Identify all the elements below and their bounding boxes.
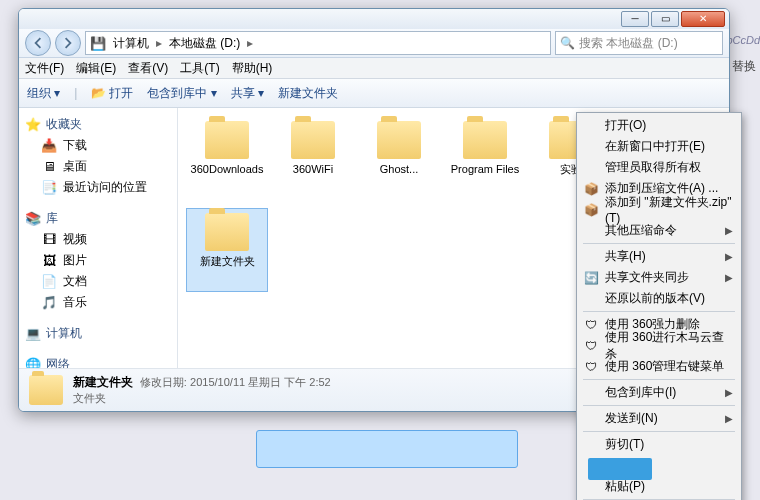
menu-item-icon: 🛡 [583, 360, 599, 374]
background-panel [256, 430, 518, 468]
context-menu-item[interactable]: 🛡使用 360管理右键菜单 [579, 356, 739, 377]
context-menu-item[interactable]: 打开(O) [579, 115, 739, 136]
folder-label: 360WiFi [293, 163, 333, 176]
back-button[interactable] [25, 30, 51, 56]
sidebar-computer[interactable]: 💻计算机 [21, 323, 175, 344]
sidebar-network[interactable]: 🌐网络 [21, 354, 175, 368]
sidebar-favorites[interactable]: ⭐收藏夹 [21, 114, 175, 135]
search-icon: 🔍 [560, 36, 575, 50]
computer-icon: 💻 [25, 326, 41, 342]
menu-edit[interactable]: 编辑(E) [76, 60, 116, 77]
sidebar: ⭐收藏夹 📥下载 🖥桌面 📑最近访问的位置 📚库 🎞视频 🖼图片 📄文档 🎵音乐… [19, 108, 178, 368]
sidebar-item-music[interactable]: 🎵音乐 [21, 292, 175, 313]
submenu-arrow-icon: ▶ [725, 225, 733, 236]
folder-label: Ghost... [380, 163, 419, 176]
address-bar[interactable]: 💾 计算机 ▸ 本地磁盘 (D:) ▸ [85, 31, 551, 55]
context-menu-item[interactable]: 📦添加到 "新建文件夹.zip"(T) [579, 199, 739, 220]
menu-item-label: 使用 360管理右键菜单 [605, 358, 724, 375]
menu-item-label: 粘贴(P) [605, 478, 645, 495]
menu-item-label: 打开(O) [605, 117, 646, 134]
music-icon: 🎵 [41, 295, 57, 311]
forward-button[interactable] [55, 30, 81, 56]
background-link: 替换 [732, 58, 756, 75]
tb-newfolder[interactable]: 新建文件夹 [278, 85, 338, 102]
folder-item[interactable]: 360WiFi [272, 116, 354, 200]
breadcrumb-drive[interactable]: 本地磁盘 (D:) [166, 35, 243, 52]
sidebar-libraries[interactable]: 📚库 [21, 208, 175, 229]
status-type: 文件夹 [73, 391, 331, 406]
folder-item[interactable]: 360Downloads [186, 116, 268, 200]
context-menu-item[interactable]: 还原以前的版本(V) [579, 288, 739, 309]
drive-icon: 💾 [90, 35, 106, 51]
context-menu-item[interactable]: 包含到库中(I)▶ [579, 382, 739, 403]
star-icon: ⭐ [25, 117, 41, 133]
menu-item-icon: 🛡 [583, 339, 599, 353]
tb-share[interactable]: 共享 ▾ [231, 85, 264, 102]
picture-icon: 🖼 [41, 253, 57, 269]
menu-separator [583, 311, 735, 312]
submenu-arrow-icon: ▶ [725, 387, 733, 398]
chevron-right-icon: ▸ [247, 36, 253, 50]
titlebar: ─ ▭ ✕ [19, 9, 729, 29]
status-name: 新建文件夹 [73, 375, 133, 389]
folder-item[interactable]: Ghost... [358, 116, 440, 200]
menu-separator [583, 379, 735, 380]
menu-file[interactable]: 文件(F) [25, 60, 64, 77]
maximize-button[interactable]: ▭ [651, 11, 679, 27]
menu-item-label: 在新窗口中打开(E) [605, 138, 705, 155]
folder-icon [377, 121, 421, 159]
folder-icon [463, 121, 507, 159]
sidebar-item-documents[interactable]: 📄文档 [21, 271, 175, 292]
menu-item-label: 共享(H) [605, 248, 646, 265]
context-menu-item[interactable]: 管理员取得所有权 [579, 157, 739, 178]
folder-label: 新建文件夹 [200, 255, 255, 268]
menu-separator [583, 405, 735, 406]
context-menu-item[interactable]: 发送到(N)▶ [579, 408, 739, 429]
search-input[interactable]: 🔍 搜索 本地磁盘 (D:) [555, 31, 723, 55]
folder-icon [291, 121, 335, 159]
folder-icon [205, 213, 249, 251]
chevron-right-icon: ▸ [156, 36, 162, 50]
submenu-arrow-icon: ▶ [725, 251, 733, 262]
context-menu-item[interactable]: 在新窗口中打开(E) [579, 136, 739, 157]
tb-include[interactable]: 包含到库中 ▾ [147, 85, 216, 102]
breadcrumb-computer[interactable]: 计算机 [110, 35, 152, 52]
folder-icon [205, 121, 249, 159]
context-menu-item[interactable]: 其他压缩命令▶ [579, 220, 739, 241]
download-icon: 📥 [41, 138, 57, 154]
menu-item-label: 包含到库中(I) [605, 384, 676, 401]
context-menu: 打开(O)在新窗口中打开(E)管理员取得所有权📦添加到压缩文件(A) ...📦添… [576, 112, 742, 500]
tb-organize[interactable]: 组织 ▾ [27, 85, 60, 102]
minimize-button[interactable]: ─ [621, 11, 649, 27]
tb-open[interactable]: 📂打开 [91, 85, 133, 102]
menu-help[interactable]: 帮助(H) [232, 60, 273, 77]
context-menu-item[interactable]: 🛡使用 360进行木马云查杀 [579, 335, 739, 356]
menu-item-label: 共享文件夹同步 [605, 269, 689, 286]
folder-item[interactable]: 新建文件夹 [186, 208, 268, 292]
sidebar-item-desktop[interactable]: 🖥桌面 [21, 156, 175, 177]
menu-tools[interactable]: 工具(T) [180, 60, 219, 77]
sidebar-item-pictures[interactable]: 🖼图片 [21, 250, 175, 271]
context-menu-item[interactable]: 剪切(T) [579, 434, 739, 455]
background-text: bCcDd [726, 34, 760, 46]
context-menu-item[interactable]: 🔄共享文件夹同步▶ [579, 267, 739, 288]
menu-item-label: 其他压缩命令 [605, 222, 677, 239]
menu-item-icon: 🔄 [583, 271, 599, 285]
close-button[interactable]: ✕ [681, 11, 725, 27]
background-button[interactable] [588, 458, 652, 480]
menu-item-icon: 📦 [583, 203, 599, 217]
menu-bar: 文件(F) 编辑(E) 查看(V) 工具(T) 帮助(H) [19, 58, 729, 79]
sidebar-item-recent[interactable]: 📑最近访问的位置 [21, 177, 175, 198]
menu-item-icon: 🛡 [583, 318, 599, 332]
context-menu-item[interactable]: 共享(H)▶ [579, 246, 739, 267]
menu-view[interactable]: 查看(V) [128, 60, 168, 77]
sidebar-item-downloads[interactable]: 📥下载 [21, 135, 175, 156]
menu-item-label: 管理员取得所有权 [605, 159, 701, 176]
sidebar-item-videos[interactable]: 🎞视频 [21, 229, 175, 250]
folder-item[interactable]: Program Files [444, 116, 526, 200]
menu-separator [583, 431, 735, 432]
library-icon: 📚 [25, 211, 41, 227]
search-placeholder: 搜索 本地磁盘 (D:) [579, 35, 678, 52]
submenu-arrow-icon: ▶ [725, 272, 733, 283]
menu-item-icon: 📦 [583, 182, 599, 196]
